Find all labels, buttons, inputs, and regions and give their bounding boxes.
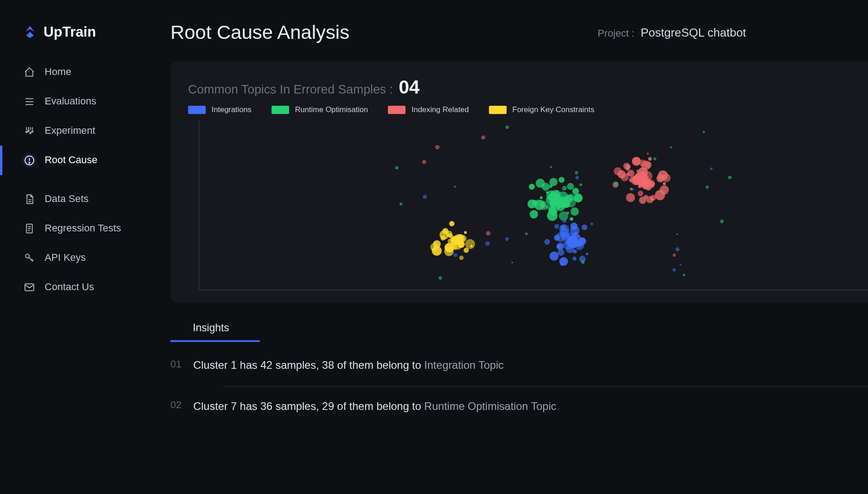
svg-point-257	[486, 231, 491, 235]
svg-point-253	[575, 176, 579, 179]
svg-point-180	[640, 171, 645, 175]
svg-point-255	[632, 188, 634, 191]
sidebar-item-regression[interactable]: Regression Tests	[0, 214, 170, 243]
svg-point-189	[648, 157, 652, 161]
insight-text: Cluster 7 has 36 samples, 29 of them bel…	[193, 400, 557, 414]
svg-point-227	[581, 260, 585, 264]
svg-point-190	[649, 181, 655, 187]
svg-point-143	[638, 191, 643, 196]
svg-point-120	[548, 197, 552, 201]
tab-insights[interactable]: Insights	[170, 316, 260, 342]
svg-point-234	[720, 220, 724, 223]
legend-label: Integrations	[212, 105, 251, 114]
sidebar-item-experiment[interactable]: Experiment	[0, 116, 170, 146]
svg-point-250	[675, 247, 679, 251]
legend-label: Foreign Key Constraints	[512, 105, 594, 114]
datasets-icon	[22, 192, 36, 206]
svg-point-1	[28, 130, 29, 132]
svg-point-238	[505, 126, 509, 129]
svg-point-55	[570, 241, 574, 245]
svg-point-0	[26, 131, 27, 132]
svg-point-243	[439, 276, 442, 280]
svg-point-3	[32, 131, 33, 132]
svg-point-261	[577, 234, 580, 236]
svg-point-2	[30, 132, 31, 134]
svg-point-182	[626, 172, 630, 176]
chart-area[interactable]	[198, 120, 868, 290]
svg-point-208	[449, 221, 454, 226]
svg-point-223	[464, 231, 467, 234]
sidebar-item-datasets[interactable]: Data Sets	[0, 184, 170, 214]
svg-point-244	[679, 264, 681, 266]
svg-point-232	[706, 186, 709, 189]
svg-point-245	[710, 168, 712, 170]
svg-point-220	[432, 246, 442, 256]
svg-point-260	[673, 254, 676, 257]
nav-label: Data Sets	[45, 193, 89, 205]
legend-item[interactable]: Foreign Key Constraints	[489, 105, 594, 114]
svg-point-177	[641, 160, 651, 170]
svg-point-118	[549, 178, 557, 186]
home-icon	[22, 65, 36, 79]
svg-point-40	[561, 263, 563, 265]
nav-label: Experiment	[45, 125, 95, 137]
legend-item[interactable]: Indexing Related	[388, 105, 469, 114]
svg-point-102	[536, 179, 545, 188]
svg-point-230	[454, 186, 456, 188]
evaluations-icon	[22, 94, 36, 108]
sidebar-item-home[interactable]: Home	[0, 57, 170, 87]
svg-point-36	[557, 249, 564, 256]
insight-number: 02	[170, 400, 182, 414]
svg-point-235	[653, 157, 656, 160]
legend-swatch	[272, 105, 289, 113]
svg-point-187	[626, 165, 631, 169]
svg-point-226	[525, 233, 528, 235]
svg-point-104	[559, 177, 565, 183]
brand-logo[interactable]: UpTrain	[0, 24, 170, 57]
nav-label: API Keys	[45, 252, 86, 264]
sidebar-item-contact[interactable]: Contact Us	[0, 273, 170, 302]
project-name: PostgreSQL chatbot	[641, 26, 746, 39]
svg-point-46	[574, 235, 582, 243]
sidebar: UpTrain HomeEvaluationsExperimentRoot Ca…	[0, 18, 170, 494]
svg-point-259	[435, 145, 440, 150]
sidebar-item-rootcause[interactable]: Root Cause	[0, 146, 170, 175]
svg-point-249	[453, 253, 457, 257]
svg-point-12	[572, 257, 576, 261]
legend-swatch	[489, 105, 506, 113]
svg-point-16	[586, 253, 589, 255]
legend-swatch	[188, 105, 206, 113]
svg-point-77	[567, 183, 574, 190]
sidebar-item-apikeys[interactable]: API Keys	[0, 243, 170, 273]
svg-point-229	[575, 171, 578, 174]
sidebar-item-evaluations[interactable]: Evaluations	[0, 87, 170, 116]
svg-point-125	[554, 198, 561, 205]
experiment-icon	[22, 124, 36, 138]
svg-point-150	[626, 193, 635, 202]
svg-point-25	[544, 239, 550, 245]
svg-point-215	[459, 256, 464, 260]
project-label: Project :	[598, 27, 634, 38]
svg-point-188	[641, 179, 643, 181]
svg-point-239	[728, 176, 731, 179]
svg-point-256	[481, 136, 485, 140]
svg-point-158	[663, 182, 666, 185]
svg-point-54	[560, 228, 570, 238]
logo-icon	[22, 24, 38, 39]
svg-point-17	[557, 243, 564, 250]
legend-swatch	[388, 105, 406, 113]
svg-point-185	[639, 197, 646, 204]
svg-point-49	[574, 232, 578, 236]
svg-point-233	[670, 146, 672, 149]
nav-label: Contact Us	[45, 282, 94, 293]
insight-row: 02Cluster 7 has 36 samples, 29 of them b…	[170, 400, 868, 427]
svg-point-91	[529, 210, 538, 219]
svg-point-98	[540, 196, 542, 199]
nav-label: Evaluations	[45, 96, 96, 108]
insights-panel: Insights 01Cluster 1 has 42 samples, 38 …	[170, 316, 868, 427]
legend-label: Indexing Related	[411, 105, 469, 114]
svg-point-225	[451, 236, 456, 241]
legend-item[interactable]: Integrations	[188, 105, 251, 114]
legend-item[interactable]: Runtime Optimisation	[272, 105, 368, 114]
svg-point-252	[590, 222, 593, 225]
